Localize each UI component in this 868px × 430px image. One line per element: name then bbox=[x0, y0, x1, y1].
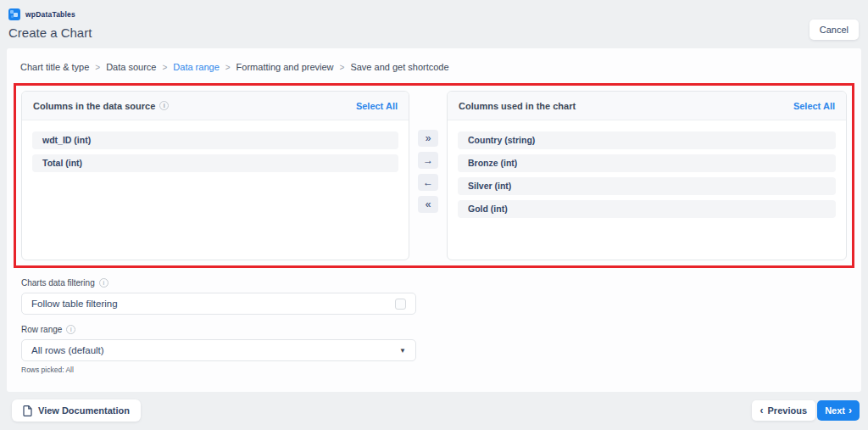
chart-columns-panel: Columns used in the chart Select All Cou… bbox=[447, 91, 847, 260]
chart-columns-panel-title: Columns used in the chart bbox=[459, 101, 576, 111]
source-columns-panel-header: Columns in the data source i Select All bbox=[22, 92, 409, 120]
breadcrumb-step-data-source[interactable]: Data source bbox=[106, 62, 156, 72]
chart-columns-title-text: Columns used in the chart bbox=[459, 101, 576, 111]
top-bar: wpDataTables Create a Chart Cancel bbox=[0, 0, 868, 48]
breadcrumb-step-chart-title-type[interactable]: Chart title & type bbox=[20, 62, 89, 72]
source-columns-panel: Columns in the data source i Select All … bbox=[21, 91, 409, 260]
document-icon bbox=[23, 405, 32, 416]
row-range-label-text: Row range bbox=[21, 325, 62, 334]
row-range-select[interactable]: All rows (default) ▼ bbox=[21, 339, 416, 361]
source-columns-panel-title: Columns in the data source i bbox=[33, 101, 169, 111]
next-button[interactable]: Next › bbox=[817, 400, 860, 421]
brand-name: wpDataTables bbox=[25, 10, 75, 19]
breadcrumb-step-formatting-preview[interactable]: Formatting and preview bbox=[236, 62, 334, 72]
move-all-right-button[interactable]: » bbox=[418, 130, 438, 147]
page-title: Create a Chart bbox=[8, 25, 92, 40]
main-card: Chart title & type > Data source > Data … bbox=[7, 48, 861, 392]
chevron-right-icon: › bbox=[849, 405, 852, 416]
follow-table-filtering-checkbox[interactable] bbox=[395, 299, 406, 310]
chart-column-item[interactable]: Silver (int) bbox=[458, 177, 836, 195]
previous-label: Previous bbox=[768, 405, 807, 416]
source-select-all-link[interactable]: Select All bbox=[356, 101, 398, 111]
breadcrumb-step-save-shortcode[interactable]: Save and get shortcode bbox=[350, 62, 448, 72]
footer-bar: View Documentation ‹ Previous Next › bbox=[0, 392, 868, 430]
chart-columns-panel-header: Columns used in the chart Select All bbox=[448, 92, 846, 120]
cancel-button[interactable]: Cancel bbox=[810, 20, 859, 40]
chart-column-item[interactable]: Country (string) bbox=[458, 131, 836, 149]
breadcrumb-separator: > bbox=[225, 63, 231, 72]
chart-columns-list: Country (string) Bronze (int) Silver (in… bbox=[448, 120, 846, 223]
follow-table-filtering-row[interactable]: Follow table filtering bbox=[21, 293, 416, 315]
wpdatatables-logo-icon bbox=[8, 8, 20, 20]
chevron-down-icon: ▼ bbox=[399, 347, 406, 355]
breadcrumb-separator: > bbox=[162, 63, 167, 72]
previous-button[interactable]: ‹ Previous bbox=[752, 400, 815, 421]
source-column-item[interactable]: Total (int) bbox=[32, 154, 398, 172]
chart-select-all-link[interactable]: Select All bbox=[793, 101, 835, 111]
move-right-button[interactable]: → bbox=[418, 152, 438, 169]
next-label: Next bbox=[825, 405, 845, 416]
chart-column-item[interactable]: Bronze (int) bbox=[458, 154, 836, 172]
source-column-item[interactable]: wdt_ID (int) bbox=[32, 131, 398, 149]
view-documentation-label: View Documentation bbox=[38, 405, 130, 416]
transfer-controls: » → ← « bbox=[418, 130, 438, 260]
rows-picked-summary: Rows picked: All bbox=[21, 366, 861, 374]
row-range-selected-value: All rows (default) bbox=[31, 345, 104, 355]
info-icon: i bbox=[159, 101, 169, 110]
breadcrumb-separator: > bbox=[95, 63, 100, 72]
move-left-button[interactable]: ← bbox=[418, 174, 438, 191]
info-icon: i bbox=[99, 278, 108, 288]
breadcrumb-separator: > bbox=[340, 63, 345, 72]
info-icon: i bbox=[66, 325, 75, 334]
move-all-left-button[interactable]: « bbox=[418, 196, 438, 213]
row-range-label: Row range i bbox=[21, 325, 861, 334]
chevron-left-icon: ‹ bbox=[760, 405, 764, 416]
breadcrumb-step-data-range[interactable]: Data range bbox=[173, 62, 219, 72]
view-documentation-button[interactable]: View Documentation bbox=[12, 399, 141, 422]
charts-data-filtering-label: Charts data filtering i bbox=[21, 278, 861, 288]
charts-data-filtering-label-text: Charts data filtering bbox=[21, 278, 95, 288]
columns-transfer-highlight: Columns in the data source i Select All … bbox=[14, 83, 854, 268]
brand: wpDataTables bbox=[8, 8, 75, 20]
chart-column-item[interactable]: Gold (int) bbox=[458, 200, 836, 218]
source-columns-title-text: Columns in the data source bbox=[33, 101, 155, 111]
breadcrumb: Chart title & type > Data source > Data … bbox=[20, 62, 848, 72]
follow-table-filtering-label: Follow table filtering bbox=[31, 299, 118, 309]
source-columns-list: wdt_ID (int) Total (int) bbox=[22, 120, 409, 177]
